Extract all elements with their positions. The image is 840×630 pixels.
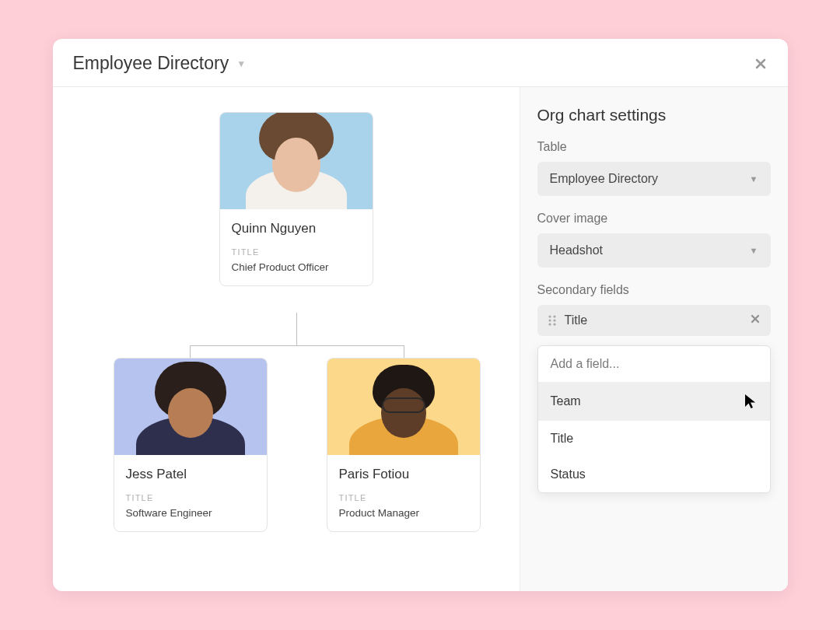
app-window: Employee Directory ▼ [53,39,788,591]
connector-line [190,345,404,346]
dropdown-item-team[interactable]: Team [538,382,770,421]
avatar-icon [220,113,373,209]
svg-point-4 [548,323,551,325]
org-card-body: Quinn Nguyen TITLE Chief Product Officer [220,209,373,285]
caret-down-icon: ▼ [750,174,758,184]
remove-chip-button[interactable] [750,313,761,327]
select-value: Employee Directory [550,172,659,186]
select-value: Headshot [550,243,604,257]
caret-down-icon: ▼ [236,58,246,69]
org-card-field-value: Product Manager [339,507,468,519]
field-group-secondary: Secondary fields Title [537,283,771,493]
org-card-child[interactable]: Paris Fotiou TITLE Product Manager [327,358,481,532]
org-card-name: Jess Patel [126,467,255,482]
org-card-name: Paris Fotiou [339,467,468,482]
field-label: Table [537,140,771,154]
dropdown-item-status[interactable]: Status [538,457,770,492]
org-card-root[interactable]: Quinn Nguyen TITLE Chief Product Officer [219,112,373,286]
org-card-child[interactable]: Jess Patel TITLE Software Engineer [114,358,268,532]
title-dropdown[interactable]: Employee Directory ▼ [73,53,247,74]
connector-line [190,345,191,358]
org-card-field-value: Chief Product Officer [232,261,361,273]
avatar-icon [327,359,480,455]
cursor-icon [744,393,758,410]
dropdown-item-label: Status [551,467,586,481]
org-card-headshot [114,359,267,455]
org-card-body: Paris Fotiou TITLE Product Manager [327,455,480,531]
chip-label: Title [565,313,750,327]
field-group-table: Table Employee Directory ▼ [537,140,771,196]
close-button[interactable] [754,57,768,71]
secondary-field-chip[interactable]: Title [537,305,771,336]
org-card-field-label: TITLE [232,247,361,257]
titlebar: Employee Directory ▼ [53,39,788,87]
field-label: Cover image [537,212,771,226]
connector-line [404,345,404,358]
org-card-field-value: Software Engineer [126,507,255,519]
close-icon [754,57,768,71]
avatar-icon [114,359,267,455]
org-chart-canvas[interactable]: Quinn Nguyen TITLE Chief Product Officer [53,87,520,591]
svg-point-0 [548,315,551,317]
org-card-headshot [220,113,373,209]
field-group-cover: Cover image Headshot ▼ [537,212,771,268]
add-field-dropdown: Add a field... Team Title Status [537,345,771,493]
panel-title: Org chart settings [537,106,771,124]
org-card-field-label: TITLE [339,493,468,502]
caret-down-icon: ▼ [750,246,758,255]
dropdown-item-label: Title [551,432,574,446]
close-icon [750,313,761,324]
drag-handle-icon[interactable] [548,314,557,327]
org-card-headshot [327,359,480,455]
svg-point-1 [553,315,555,317]
dropdown-item-label: Team [551,394,581,408]
svg-point-3 [553,319,555,321]
field-label: Secondary fields [537,283,771,297]
svg-point-5 [553,323,555,325]
settings-panel: Org chart settings Table Employee Direct… [520,87,788,591]
cover-image-select[interactable]: Headshot ▼ [537,233,771,268]
window-title: Employee Directory [73,53,229,74]
connector-line [296,313,297,345]
svg-point-2 [548,319,551,321]
table-select[interactable]: Employee Directory ▼ [537,162,771,196]
org-card-field-label: TITLE [126,493,255,502]
dropdown-item-title[interactable]: Title [538,421,770,457]
org-card-name: Quinn Nguyen [232,221,361,236]
dropdown-placeholder[interactable]: Add a field... [538,346,770,382]
org-tree: Quinn Nguyen TITLE Chief Product Officer [68,110,504,568]
content-area: Quinn Nguyen TITLE Chief Product Officer [53,87,788,591]
org-card-body: Jess Patel TITLE Software Engineer [114,455,267,531]
